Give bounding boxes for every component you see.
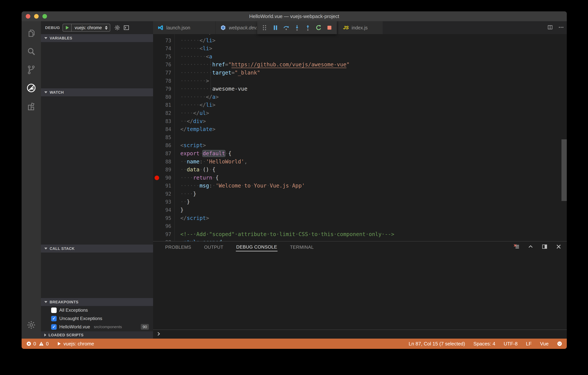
- checkbox-checked-icon[interactable]: ✓: [51, 316, 57, 321]
- configure-gear-icon[interactable]: [114, 24, 120, 31]
- activity-search-icon[interactable]: [21, 43, 41, 61]
- panel-tab-terminal[interactable]: TERMINAL: [290, 243, 314, 251]
- debug-sidebar-header: DEBUG vuejs: chrome: [41, 21, 153, 34]
- checkbox-unchecked-icon[interactable]: [51, 308, 57, 313]
- pause-icon[interactable]: [271, 23, 280, 32]
- breakpoint-gutter[interactable]: [153, 166, 161, 174]
- vscode-window: HelloWorld.vue — vuejs-webpack-project D…: [21, 11, 567, 349]
- section-call-stack[interactable]: CALL STACK: [41, 244, 153, 253]
- status-item[interactable]: UTF-8: [504, 341, 518, 347]
- step-into-icon[interactable]: [293, 23, 301, 32]
- section-watch[interactable]: WATCH: [41, 88, 153, 96]
- editor-tab-launch-json[interactable]: launch.json: [153, 21, 216, 34]
- section-breakpoints[interactable]: BREAKPOINTS: [41, 298, 153, 306]
- feedback-smiley-icon[interactable]: [557, 341, 562, 346]
- code-text: export·default·{: [171, 150, 231, 158]
- checkbox-checked-icon[interactable]: ✓: [51, 324, 57, 330]
- section-loaded-scripts[interactable]: LOADED SCRIPTS: [41, 331, 153, 339]
- breakpoint-gutter[interactable]: [153, 77, 161, 85]
- code-line-73: 73······</li>: [153, 37, 561, 45]
- breakpoint-gutter[interactable]: [153, 109, 161, 117]
- code-line-96: 96: [153, 222, 561, 230]
- breakpoint-gutter[interactable]: [153, 101, 161, 109]
- code-line-74: 74······<li>: [153, 44, 561, 53]
- section-variables[interactable]: VARIABLES: [41, 34, 153, 42]
- errors-indicator[interactable]: 0: [26, 341, 36, 347]
- warnings-indicator[interactable]: 0: [39, 341, 49, 347]
- restart-icon[interactable]: [314, 23, 323, 32]
- line-number: 78: [161, 77, 171, 85]
- panel-tab-debug-console[interactable]: DEBUG CONSOLE: [236, 243, 278, 251]
- panel-tab-problems[interactable]: PROBLEMS: [165, 243, 191, 251]
- code-text: ········<a: [171, 53, 212, 61]
- activity-source-control-icon[interactable]: [21, 61, 41, 79]
- title-bar: HelloWorld.vue — vuejs-webpack-project: [21, 11, 567, 21]
- breakpoint-gutter[interactable]: [153, 158, 161, 166]
- breakpoint-gutter[interactable]: [153, 69, 161, 77]
- activity-explorer-icon[interactable]: [21, 24, 41, 43]
- status-item[interactable]: Spaces: 4: [473, 341, 495, 347]
- breakpoint-gutter[interactable]: [153, 44, 161, 53]
- panel-tab-output[interactable]: OUTPUT: [204, 243, 224, 251]
- zoom-window-button[interactable]: [42, 14, 47, 19]
- breakpoint-gutter[interactable]: [153, 142, 161, 150]
- breakpoint-gutter[interactable]: [153, 174, 161, 182]
- breakpoint-gutter[interactable]: [153, 198, 161, 206]
- breakpoint-gutter[interactable]: [153, 125, 161, 133]
- breakpoint-gutter[interactable]: [153, 190, 161, 198]
- status-item[interactable]: Vue: [540, 341, 549, 347]
- activity-debug-icon[interactable]: [21, 79, 41, 97]
- editor-tab-index-js[interactable]: JSindex.js: [338, 21, 383, 34]
- breakpoint-gutter[interactable]: [153, 37, 161, 45]
- minimize-window-button[interactable]: [34, 14, 39, 19]
- breakpoint-gutter[interactable]: [153, 182, 161, 190]
- code-line-98: 98<style·scoped>: [153, 238, 561, 241]
- breakpoint-gutter[interactable]: [153, 133, 161, 142]
- start-debug-button[interactable]: [63, 24, 72, 31]
- breakpoint-gutter[interactable]: [153, 214, 161, 222]
- breakpoint-row[interactable]: All Exceptions: [41, 306, 153, 314]
- debug-console-input[interactable]: [153, 330, 567, 339]
- code-line-94: 94}: [153, 206, 561, 214]
- line-number: 81: [161, 101, 171, 109]
- code-editor[interactable]: 72········</a>73······</li>74······<li>7…: [153, 34, 567, 241]
- settings-gear-icon[interactable]: [21, 316, 41, 334]
- maximize-panel-icon[interactable]: [527, 243, 534, 251]
- breakpoint-gutter[interactable]: [153, 238, 161, 241]
- breakpoint-gutter[interactable]: [153, 117, 161, 125]
- status-item[interactable]: LF: [526, 341, 532, 347]
- split-editor-icon[interactable]: [547, 24, 553, 31]
- line-number: 85: [161, 133, 171, 142]
- breakpoint-gutter[interactable]: [153, 230, 161, 239]
- activity-extensions-icon[interactable]: [21, 97, 41, 115]
- more-actions-icon[interactable]: [558, 24, 564, 31]
- breakpoint-row[interactable]: ✓Uncaught Exceptions: [41, 314, 153, 323]
- breakpoint-gutter[interactable]: [153, 206, 161, 214]
- stop-icon[interactable]: [325, 23, 334, 32]
- line-number: 88: [161, 158, 171, 166]
- breakpoint-gutter[interactable]: [153, 93, 161, 101]
- breakpoint-gutter[interactable]: [153, 34, 161, 37]
- code-text: [171, 133, 180, 142]
- breakpoint-gutter[interactable]: [153, 150, 161, 158]
- status-item[interactable]: Ln 87, Col 15 (7 selected): [409, 341, 465, 347]
- code-line-84: 84</template>: [153, 125, 561, 133]
- breakpoint-dot-icon[interactable]: [155, 176, 159, 180]
- breakpoint-gutter[interactable]: [153, 53, 161, 61]
- debug-console-icon[interactable]: [123, 24, 130, 31]
- breakpoint-gutter[interactable]: [153, 222, 161, 230]
- debug-target-status[interactable]: vuejs: chrome: [56, 341, 94, 347]
- breakpoint-gutter[interactable]: [153, 85, 161, 93]
- close-window-button[interactable]: [26, 14, 30, 19]
- move-panel-icon[interactable]: [541, 243, 548, 251]
- breakpoint-gutter[interactable]: [153, 61, 161, 69]
- step-out-icon[interactable]: [304, 23, 312, 32]
- clear-console-icon[interactable]: [513, 243, 520, 251]
- watch-body: [41, 96, 153, 244]
- breakpoint-row[interactable]: ✓HelloWorld.vuesrc/components90: [41, 323, 153, 331]
- drag-grip-icon[interactable]: [260, 23, 269, 32]
- close-panel-icon[interactable]: [556, 243, 562, 251]
- debug-config-select[interactable]: vuejs: chrome: [72, 25, 105, 30]
- step-over-icon[interactable]: [282, 23, 291, 32]
- editor-scrollbar[interactable]: [561, 139, 567, 201]
